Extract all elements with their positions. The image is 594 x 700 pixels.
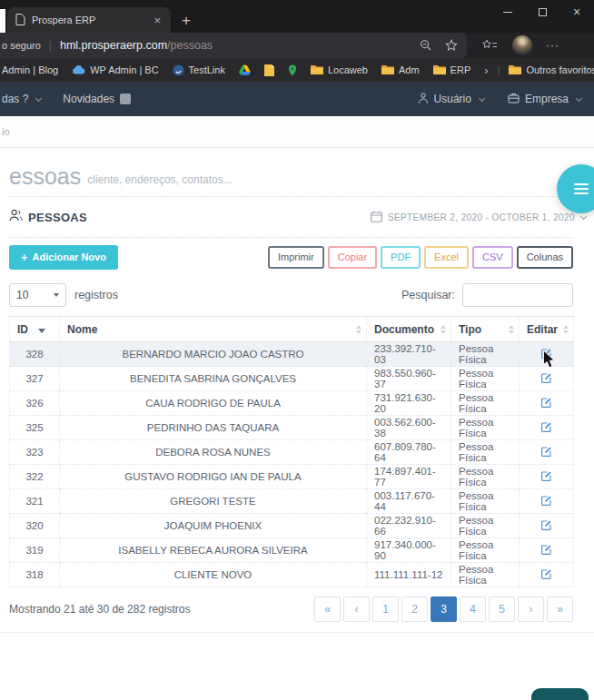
nav-usuario[interactable]: Usuário	[418, 93, 484, 106]
close-icon[interactable]: ×	[559, 0, 594, 24]
imprimir-button[interactable]: Imprimir	[268, 246, 324, 269]
table-row[interactable]: 320 JOAQUIM PHOENIX 022.232.910-66 Pesso…	[10, 514, 574, 538]
pdf-button[interactable]: PDF	[381, 246, 421, 269]
page-size-suffix: registros	[74, 289, 118, 301]
column-header-id[interactable]: ID	[10, 317, 60, 342]
bookmark-locaweb[interactable]: Locaweb	[311, 64, 368, 75]
edit-icon[interactable]	[540, 421, 552, 433]
bookmark-testlink[interactable]: TestLink	[173, 64, 225, 76]
page-size-select[interactable]: 10	[9, 283, 66, 307]
table-row[interactable]: 318 CLIENTE NOVO 111.111.111-12 Pessoa F…	[10, 563, 574, 587]
edit-icon[interactable]	[540, 544, 552, 556]
table-row[interactable]: 328 BERNARDO MARCIO JOAO CASTRO 233.392.…	[10, 342, 574, 367]
table-row[interactable]: 326 CAUA RODRIGO DE PAULA 731.921.630-20…	[10, 391, 574, 416]
column-header-tipo[interactable]: Tipo	[451, 317, 520, 342]
address-row: o seguro | hml.prosperaerp.com/pessoas ·…	[0, 33, 594, 58]
section-title: PESSOAS	[28, 211, 87, 224]
edit-icon[interactable]	[540, 470, 552, 482]
table-row[interactable]: 321 GREGORI TESTE 003.117.670-44 Pessoa …	[10, 489, 574, 514]
search-input[interactable]	[462, 283, 573, 307]
bookmark-wp-admin-bc[interactable]: WP Admin | BC	[72, 64, 158, 75]
bookmark-pin[interactable]	[288, 64, 297, 76]
page-5-button[interactable]: 5	[489, 596, 515, 622]
page-first-button[interactable]: «	[314, 596, 341, 622]
tab-close-icon[interactable]: ×	[152, 14, 163, 27]
security-label: o seguro	[2, 40, 41, 51]
plus-icon: +	[21, 251, 28, 264]
address-bar[interactable]: o seguro | hml.prosperaerp.com/pessoas	[0, 33, 467, 58]
chevron-down-icon	[35, 94, 42, 101]
nav-empresa[interactable]: Empresa	[508, 93, 581, 106]
page-subtitle: cliente, endereços, contatos...	[87, 173, 232, 188]
bookmarks-bar: Admin | BlogWP Admin | BCTestLinkLocaweb…	[0, 58, 594, 82]
edit-icon[interactable]	[540, 397, 552, 409]
copiar-button[interactable]: Copiar	[328, 246, 377, 269]
company-icon	[508, 93, 520, 106]
page-1-button[interactable]: 1	[372, 596, 399, 622]
pagination: «‹12345›»	[314, 596, 573, 622]
edit-icon[interactable]	[540, 446, 552, 458]
page-2-button[interactable]: 2	[401, 596, 428, 622]
main-content: essoas cliente, endereços, contatos... P…	[0, 148, 594, 632]
excel-button[interactable]: Excel	[424, 246, 469, 269]
drive-icon	[239, 64, 251, 75]
edit-icon[interactable]	[540, 495, 552, 507]
chevron-down-icon	[479, 94, 485, 101]
date-range-picker[interactable]: SEPTEMBER 2, 2020 - OCTOBER 1, 2020	[365, 211, 586, 224]
page-next-button[interactable]: ›	[518, 596, 544, 622]
csv-button[interactable]: CSV	[472, 246, 513, 269]
column-header-editar[interactable]: Editar	[520, 317, 574, 342]
colunas-button[interactable]: Colunas	[517, 246, 573, 269]
testlink-icon	[173, 64, 184, 76]
page-title: essoas	[9, 165, 81, 188]
table-row[interactable]: 325 PEDRINHO DAS TAQUARA 003.562.600-38 …	[10, 416, 574, 440]
other-favorites-folder[interactable]: Outros favoritos	[509, 64, 594, 75]
profile-avatar[interactable]	[512, 35, 532, 55]
nav-novidades[interactable]: Novidades	[63, 93, 131, 105]
table-row[interactable]: 327 BENEDITA SABRINA GONÇALVES 983.550.9…	[10, 367, 574, 391]
page-3-button[interactable]: 3	[431, 596, 457, 622]
new-tab-button[interactable]: +	[182, 13, 191, 28]
table-footer: Mostrando 21 até 30 de 282 registros «‹1…	[9, 587, 573, 632]
url-separator: |	[49, 39, 52, 52]
edit-icon[interactable]	[540, 568, 552, 580]
window-controls: ×	[490, 0, 594, 24]
table-row[interactable]: 319 ISABELLY REBECA AURORA SILVEIRA 917.…	[10, 538, 574, 563]
page-prev-button[interactable]: ‹	[343, 596, 370, 622]
browser-menu-icon[interactable]: ···	[546, 39, 559, 52]
calendar-icon	[371, 211, 382, 224]
bookmarks-separator: |	[498, 64, 500, 75]
page-header: essoas cliente, endereços, contatos...	[9, 148, 573, 197]
section-header: PESSOAS SEPTEMBER 2, 2020 - OCTOBER 1, 2…	[9, 197, 573, 238]
page-4-button[interactable]: 4	[460, 596, 486, 622]
collections-icon[interactable]	[482, 39, 498, 52]
nav-duvidas[interactable]: das ?	[2, 93, 41, 105]
bookmark-erp[interactable]: ERP	[433, 64, 471, 75]
toolbar: + Adicionar Novo ImprimirCopiarPDFExcelC…	[9, 238, 573, 274]
browser-tab-bar: Prospera ERP × + ×	[0, 0, 594, 33]
chat-widget-button[interactable]	[531, 688, 589, 700]
page-last-button[interactable]: »	[547, 596, 573, 622]
bookmark-admin-blog[interactable]: Admin | Blog	[2, 64, 58, 75]
hamburger-icon	[574, 183, 589, 185]
bookmark-adm[interactable]: Adm	[381, 64, 420, 75]
bookmarks-overflow-chevron[interactable]: ›	[484, 64, 488, 77]
maximize-icon[interactable]	[525, 0, 559, 24]
bookmark-note[interactable]	[264, 64, 274, 76]
minimize-icon[interactable]	[490, 0, 525, 24]
favorite-star-icon[interactable]	[445, 39, 458, 52]
edit-icon[interactable]	[540, 348, 552, 360]
browser-tab[interactable]: Prospera ERP ×	[7, 7, 171, 33]
bookmark-drive[interactable]	[239, 64, 251, 75]
column-header-nome[interactable]: Nome	[60, 317, 367, 342]
table-row[interactable]: 323 DEBORA ROSA NUNES 607.809.780-64 Pes…	[10, 440, 574, 465]
column-header-documento[interactable]: Documento	[367, 317, 451, 342]
add-new-button[interactable]: + Adicionar Novo	[9, 245, 118, 270]
zoom-out-icon[interactable]	[420, 39, 432, 52]
edit-icon[interactable]	[540, 519, 552, 531]
folder-icon	[311, 64, 323, 75]
table-row[interactable]: 322 GUSTAVO RODRIGO IAN DE PAULA 174.897…	[10, 465, 574, 489]
chevron-down-icon	[576, 94, 582, 101]
edit-icon[interactable]	[540, 372, 552, 384]
sort-icon	[441, 325, 446, 334]
